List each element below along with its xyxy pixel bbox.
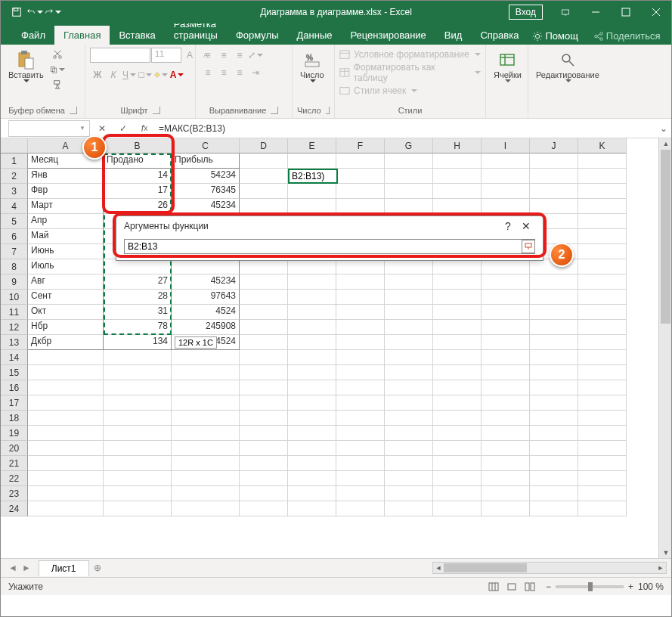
- cell-K19[interactable]: [578, 426, 627, 441]
- cell-J19[interactable]: [530, 426, 578, 441]
- cell-G21[interactable]: [385, 456, 433, 471]
- cell-K9[interactable]: [578, 274, 627, 290]
- row-header-7[interactable]: 7: [1, 244, 28, 259]
- col-header-C[interactable]: C: [172, 138, 240, 153]
- cell-J16[interactable]: [530, 380, 578, 395]
- view-break-icon[interactable]: [522, 580, 538, 594]
- cell-B8[interactable]: [104, 259, 172, 274]
- cell-I23[interactable]: [482, 486, 530, 501]
- cell-B20[interactable]: [104, 441, 172, 456]
- cell-A17[interactable]: [28, 395, 104, 411]
- row-header-4[interactable]: 4: [1, 199, 28, 214]
- cell-K11[interactable]: [578, 305, 627, 320]
- cell-B13[interactable]: 134: [104, 335, 172, 350]
- cell-G19[interactable]: [385, 426, 433, 441]
- cell-H22[interactable]: [433, 471, 482, 486]
- cell-J15[interactable]: [530, 365, 578, 380]
- font-size-select[interactable]: 11: [151, 48, 181, 63]
- cell-K7[interactable]: [578, 244, 627, 259]
- row-header-5[interactable]: 5: [1, 214, 28, 229]
- cell-K4[interactable]: [578, 199, 627, 214]
- ribbon-options-icon[interactable]: [550, 1, 581, 23]
- cell-F1[interactable]: [336, 153, 385, 169]
- tab-data[interactable]: Данные: [288, 26, 342, 45]
- col-header-D[interactable]: D: [240, 138, 288, 153]
- indent-icon[interactable]: ⇥: [248, 65, 263, 80]
- italic-button[interactable]: К: [106, 67, 121, 82]
- font-color-icon[interactable]: А: [169, 67, 184, 82]
- cell-H15[interactable]: [433, 365, 482, 380]
- cell-G17[interactable]: [385, 395, 433, 411]
- cell-A7[interactable]: Июнь: [28, 244, 104, 259]
- cell-I19[interactable]: [482, 426, 530, 441]
- cell-D22[interactable]: [240, 471, 288, 486]
- cell-G10[interactable]: [385, 290, 433, 305]
- maximize-icon[interactable]: [611, 1, 641, 23]
- cell-D1[interactable]: [240, 153, 288, 169]
- cell-K15[interactable]: [578, 365, 627, 380]
- formula-enter-icon[interactable]: ✓: [116, 123, 131, 134]
- cell-K14[interactable]: [578, 350, 627, 365]
- cell-C2[interactable]: 54234: [172, 169, 240, 184]
- cell-J21[interactable]: [530, 456, 578, 471]
- cell-E4[interactable]: [288, 199, 336, 214]
- cell-J14[interactable]: [530, 350, 578, 365]
- paste-button[interactable]: Вставить: [5, 48, 47, 84]
- insert-function-icon[interactable]: fx: [137, 123, 152, 134]
- cells-button[interactable]: Ячейки: [491, 48, 525, 84]
- cell-B14[interactable]: [104, 350, 172, 365]
- cell-D2[interactable]: [240, 169, 288, 184]
- name-box[interactable]: ▼: [8, 120, 90, 137]
- tab-view[interactable]: Вид: [435, 26, 472, 45]
- cell-K12[interactable]: [578, 320, 627, 335]
- cell-H1[interactable]: [433, 153, 482, 169]
- cell-C15[interactable]: [172, 365, 240, 380]
- cell-D4[interactable]: [240, 199, 288, 214]
- row-header-15[interactable]: 15: [1, 365, 28, 380]
- cell-H9[interactable]: [433, 274, 482, 290]
- cell-E11[interactable]: [288, 305, 336, 320]
- cell-J24[interactable]: [530, 501, 578, 516]
- cell-B23[interactable]: [104, 486, 172, 501]
- cell-B9[interactable]: 27: [104, 274, 172, 290]
- number-button[interactable]: % Число: [297, 48, 327, 84]
- cell-F22[interactable]: [336, 471, 385, 486]
- cell-B3[interactable]: 17: [104, 184, 172, 199]
- cell-C17[interactable]: [172, 395, 240, 411]
- tab-help[interactable]: Справка: [471, 26, 528, 45]
- col-header-F[interactable]: F: [336, 138, 385, 153]
- cell-B11[interactable]: 31: [104, 305, 172, 320]
- cell-K24[interactable]: [578, 501, 627, 516]
- cell-H8[interactable]: [433, 259, 482, 274]
- cell-G23[interactable]: [385, 486, 433, 501]
- cell-D24[interactable]: [240, 501, 288, 516]
- cell-A11[interactable]: Окт: [28, 305, 104, 320]
- font-select[interactable]: [90, 48, 150, 63]
- share-button[interactable]: Поделиться: [589, 27, 665, 45]
- cell-I14[interactable]: [482, 350, 530, 365]
- cell-H10[interactable]: [433, 290, 482, 305]
- font-launcher-icon[interactable]: [153, 107, 160, 114]
- cell-B24[interactable]: [104, 501, 172, 516]
- cell-E17[interactable]: [288, 395, 336, 411]
- alignment-launcher-icon[interactable]: [271, 107, 278, 114]
- row-header-12[interactable]: 12: [1, 320, 28, 335]
- cell-F13[interactable]: [336, 335, 385, 350]
- tab-file[interactable]: Файл: [12, 26, 54, 45]
- cell-C3[interactable]: 76345: [172, 184, 240, 199]
- cell-E1[interactable]: [288, 153, 336, 169]
- cell-C19[interactable]: [172, 426, 240, 441]
- cell-K23[interactable]: [578, 486, 627, 501]
- horizontal-scrollbar[interactable]: ◄ ►: [432, 562, 667, 574]
- add-sheet-icon[interactable]: ⊕: [89, 562, 106, 574]
- cell-I15[interactable]: [482, 365, 530, 380]
- cell-K20[interactable]: [578, 441, 627, 456]
- cell-C20[interactable]: [172, 441, 240, 456]
- cell-G11[interactable]: [385, 305, 433, 320]
- select-all-corner[interactable]: [1, 138, 28, 153]
- zoom-slider[interactable]: [556, 585, 624, 588]
- cell-F23[interactable]: [336, 486, 385, 501]
- cell-H16[interactable]: [433, 380, 482, 395]
- row-header-8[interactable]: 8: [1, 259, 28, 274]
- cell-K2[interactable]: [578, 169, 627, 184]
